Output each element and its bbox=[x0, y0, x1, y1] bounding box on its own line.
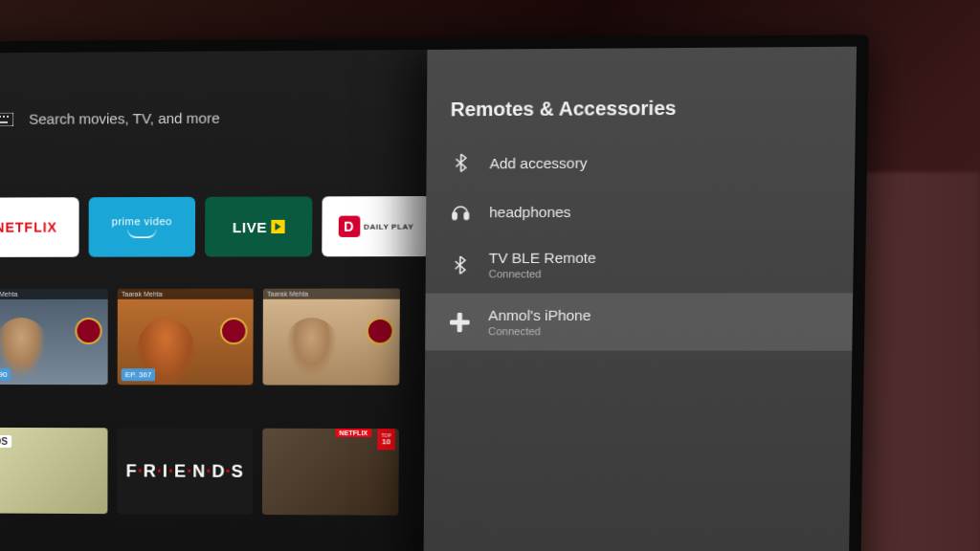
netflix-badge: NETFLIX bbox=[335, 429, 371, 437]
app-live[interactable]: LIVE bbox=[205, 196, 312, 256]
tv-frame: Search movies, TV, and more NETFLIX prim… bbox=[0, 34, 869, 551]
accessory-status: Connected bbox=[489, 268, 596, 279]
svg-rect-0 bbox=[0, 112, 13, 125]
gamepad-icon bbox=[449, 311, 471, 332]
smile-icon bbox=[127, 229, 156, 238]
accessory-text: headphones bbox=[489, 203, 571, 220]
svg-rect-7 bbox=[464, 212, 468, 219]
thumbnail[interactable]: Taarak Mehta EP. 790 bbox=[0, 289, 108, 385]
tv-screen: Search movies, TV, and more NETFLIX prim… bbox=[0, 47, 857, 551]
accessory-label: TV BLE Remote bbox=[489, 250, 596, 267]
thumbnail[interactable]: Taarak Mehta bbox=[262, 289, 399, 386]
accessory-text: Anmol's iPhone Connected bbox=[488, 307, 590, 338]
svg-rect-3 bbox=[3, 115, 5, 117]
app-prime-video[interactable]: prime video bbox=[89, 197, 195, 257]
thumbnail[interactable]: NETFLIX TOP10 bbox=[262, 429, 399, 516]
accessory-add[interactable]: Add accessory bbox=[426, 137, 855, 187]
svg-rect-5 bbox=[0, 121, 8, 122]
app-label: DAILY PLAY bbox=[364, 222, 413, 231]
panel-title: Remotes & Accessories bbox=[427, 47, 857, 139]
play-icon bbox=[271, 220, 284, 233]
app-label: LIVE bbox=[233, 218, 267, 234]
thumb-person bbox=[282, 318, 342, 386]
accessory-ble-remote[interactable]: TV BLE Remote Connected bbox=[426, 235, 855, 294]
thumb-badge bbox=[75, 318, 101, 344]
app-badge: D bbox=[338, 216, 360, 237]
accessory-iphone[interactable]: Anmol's iPhone Connected bbox=[425, 293, 853, 350]
content-row-1: Taarak Mehta EP. 790 Taarak Mehta EP. 36… bbox=[0, 289, 400, 386]
thumbnail-kids[interactable] bbox=[0, 428, 108, 514]
thumb-badge bbox=[367, 318, 394, 344]
app-daily-play[interactable]: DDAILY PLAY bbox=[322, 196, 430, 256]
search-placeholder: Search movies, TV, and more bbox=[29, 110, 219, 127]
search-row[interactable]: Search movies, TV, and more bbox=[0, 110, 220, 128]
accessory-text: TV BLE Remote Connected bbox=[489, 250, 596, 280]
accessory-label: Anmol's iPhone bbox=[488, 307, 590, 323]
thumb-episode: EP. 367 bbox=[122, 368, 156, 381]
thumbnail[interactable]: Taarak Mehta EP. 367 bbox=[118, 289, 254, 386]
svg-rect-6 bbox=[453, 212, 457, 219]
thumb-show-label: Taarak Mehta bbox=[263, 289, 400, 299]
svg-rect-2 bbox=[0, 115, 1, 117]
accessory-text: Add accessory bbox=[490, 154, 588, 171]
accessory-headphones[interactable]: headphones bbox=[426, 186, 855, 235]
friends-logo: F·R·I·E·N·D·S bbox=[125, 461, 243, 482]
accessory-label: Add accessory bbox=[490, 154, 588, 171]
content-row-2: F·R·I·E·N·D·S NETFLIX TOP10 bbox=[0, 428, 399, 516]
thumbnail-friends[interactable]: F·R·I·E·N·D·S bbox=[117, 428, 253, 515]
thumb-episode: EP. 790 bbox=[0, 368, 11, 381]
thumb-show-label: Taarak Mehta bbox=[118, 289, 254, 299]
headphones-icon bbox=[450, 201, 472, 222]
app-label: prime video bbox=[112, 215, 172, 227]
app-row: NETFLIX prime video LIVE DDAILY PLAY bbox=[0, 196, 430, 257]
app-netflix[interactable]: NETFLIX bbox=[0, 197, 79, 257]
bluetooth-icon bbox=[449, 253, 471, 275]
settings-panel: Remotes & Accessories Add accessory head… bbox=[423, 47, 857, 551]
svg-rect-4 bbox=[7, 115, 9, 117]
app-label: NETFLIX bbox=[0, 219, 57, 234]
top10-badge: TOP10 bbox=[377, 429, 395, 450]
accessory-status: Connected bbox=[488, 325, 590, 337]
accessory-label: headphones bbox=[489, 203, 571, 220]
thumb-badge bbox=[220, 318, 248, 344]
bluetooth-icon bbox=[450, 152, 472, 174]
thumb-show-label: Taarak Mehta bbox=[0, 289, 108, 299]
keyboard-icon bbox=[0, 111, 13, 126]
